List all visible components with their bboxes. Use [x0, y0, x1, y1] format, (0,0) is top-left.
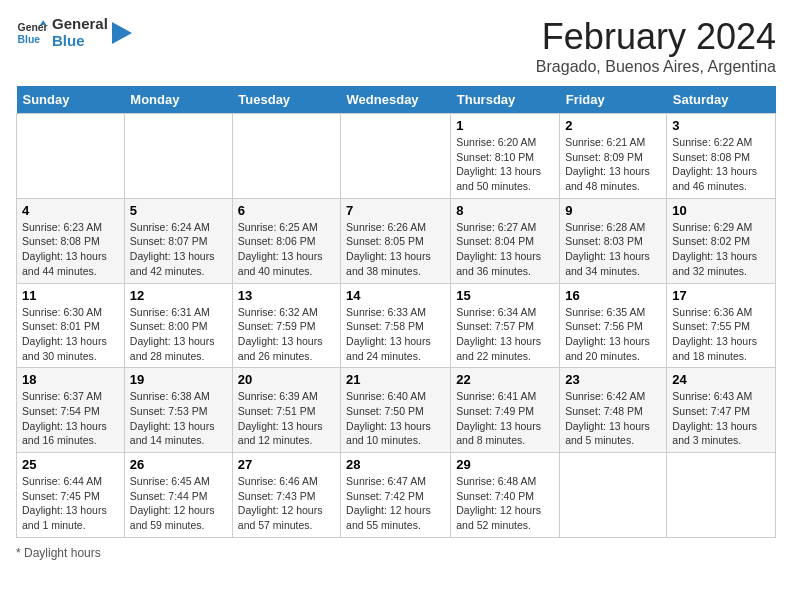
title-block: February 2024 Bragado, Buenos Aires, Arg…	[536, 16, 776, 76]
logo-blue: Blue	[52, 33, 108, 50]
day-info: Sunrise: 6:41 AM Sunset: 7:49 PM Dayligh…	[456, 389, 554, 448]
day-number: 1	[456, 118, 554, 133]
day-number: 28	[346, 457, 445, 472]
svg-marker-3	[112, 22, 132, 44]
calendar-cell	[667, 453, 776, 538]
calendar-cell: 4Sunrise: 6:23 AM Sunset: 8:08 PM Daylig…	[17, 198, 125, 283]
logo-general: General	[52, 16, 108, 33]
day-info: Sunrise: 6:46 AM Sunset: 7:43 PM Dayligh…	[238, 474, 335, 533]
day-number: 3	[672, 118, 770, 133]
calendar-cell: 28Sunrise: 6:47 AM Sunset: 7:42 PM Dayli…	[341, 453, 451, 538]
day-info: Sunrise: 6:25 AM Sunset: 8:06 PM Dayligh…	[238, 220, 335, 279]
calendar-week-row: 1Sunrise: 6:20 AM Sunset: 8:10 PM Daylig…	[17, 114, 776, 199]
day-info: Sunrise: 6:22 AM Sunset: 8:08 PM Dayligh…	[672, 135, 770, 194]
calendar-cell: 29Sunrise: 6:48 AM Sunset: 7:40 PM Dayli…	[451, 453, 560, 538]
weekday-header-monday: Monday	[124, 86, 232, 114]
svg-text:Blue: Blue	[18, 33, 41, 44]
day-number: 11	[22, 288, 119, 303]
day-number: 7	[346, 203, 445, 218]
calendar-cell: 26Sunrise: 6:45 AM Sunset: 7:44 PM Dayli…	[124, 453, 232, 538]
calendar-cell	[560, 453, 667, 538]
calendar-cell: 18Sunrise: 6:37 AM Sunset: 7:54 PM Dayli…	[17, 368, 125, 453]
weekday-header-thursday: Thursday	[451, 86, 560, 114]
calendar-cell: 19Sunrise: 6:38 AM Sunset: 7:53 PM Dayli…	[124, 368, 232, 453]
calendar-cell	[341, 114, 451, 199]
calendar-cell: 16Sunrise: 6:35 AM Sunset: 7:56 PM Dayli…	[560, 283, 667, 368]
calendar-cell: 1Sunrise: 6:20 AM Sunset: 8:10 PM Daylig…	[451, 114, 560, 199]
day-info: Sunrise: 6:29 AM Sunset: 8:02 PM Dayligh…	[672, 220, 770, 279]
logo-icon: General Blue	[16, 17, 48, 49]
day-number: 14	[346, 288, 445, 303]
calendar-cell: 23Sunrise: 6:42 AM Sunset: 7:48 PM Dayli…	[560, 368, 667, 453]
day-info: Sunrise: 6:20 AM Sunset: 8:10 PM Dayligh…	[456, 135, 554, 194]
calendar-week-row: 18Sunrise: 6:37 AM Sunset: 7:54 PM Dayli…	[17, 368, 776, 453]
logo: General Blue General Blue	[16, 16, 132, 49]
weekday-header-tuesday: Tuesday	[232, 86, 340, 114]
day-number: 20	[238, 372, 335, 387]
day-info: Sunrise: 6:32 AM Sunset: 7:59 PM Dayligh…	[238, 305, 335, 364]
day-info: Sunrise: 6:48 AM Sunset: 7:40 PM Dayligh…	[456, 474, 554, 533]
calendar-cell: 15Sunrise: 6:34 AM Sunset: 7:57 PM Dayli…	[451, 283, 560, 368]
day-number: 17	[672, 288, 770, 303]
calendar-table: SundayMondayTuesdayWednesdayThursdayFrid…	[16, 86, 776, 538]
day-info: Sunrise: 6:43 AM Sunset: 7:47 PM Dayligh…	[672, 389, 770, 448]
weekday-header-sunday: Sunday	[17, 86, 125, 114]
calendar-week-row: 4Sunrise: 6:23 AM Sunset: 8:08 PM Daylig…	[17, 198, 776, 283]
day-number: 26	[130, 457, 227, 472]
daylight-label: Daylight hours	[24, 546, 101, 560]
day-info: Sunrise: 6:39 AM Sunset: 7:51 PM Dayligh…	[238, 389, 335, 448]
day-number: 23	[565, 372, 661, 387]
day-info: Sunrise: 6:44 AM Sunset: 7:45 PM Dayligh…	[22, 474, 119, 533]
calendar-cell: 5Sunrise: 6:24 AM Sunset: 8:07 PM Daylig…	[124, 198, 232, 283]
day-number: 24	[672, 372, 770, 387]
day-number: 10	[672, 203, 770, 218]
day-info: Sunrise: 6:26 AM Sunset: 8:05 PM Dayligh…	[346, 220, 445, 279]
day-info: Sunrise: 6:21 AM Sunset: 8:09 PM Dayligh…	[565, 135, 661, 194]
day-number: 2	[565, 118, 661, 133]
day-info: Sunrise: 6:34 AM Sunset: 7:57 PM Dayligh…	[456, 305, 554, 364]
weekday-header-row: SundayMondayTuesdayWednesdayThursdayFrid…	[17, 86, 776, 114]
day-info: Sunrise: 6:36 AM Sunset: 7:55 PM Dayligh…	[672, 305, 770, 364]
calendar-cell: 14Sunrise: 6:33 AM Sunset: 7:58 PM Dayli…	[341, 283, 451, 368]
day-info: Sunrise: 6:38 AM Sunset: 7:53 PM Dayligh…	[130, 389, 227, 448]
calendar-cell: 17Sunrise: 6:36 AM Sunset: 7:55 PM Dayli…	[667, 283, 776, 368]
day-number: 16	[565, 288, 661, 303]
calendar-cell: 12Sunrise: 6:31 AM Sunset: 8:00 PM Dayli…	[124, 283, 232, 368]
calendar-cell	[17, 114, 125, 199]
calendar-cell: 25Sunrise: 6:44 AM Sunset: 7:45 PM Dayli…	[17, 453, 125, 538]
day-info: Sunrise: 6:35 AM Sunset: 7:56 PM Dayligh…	[565, 305, 661, 364]
calendar-cell: 24Sunrise: 6:43 AM Sunset: 7:47 PM Dayli…	[667, 368, 776, 453]
day-info: Sunrise: 6:47 AM Sunset: 7:42 PM Dayligh…	[346, 474, 445, 533]
calendar-cell: 22Sunrise: 6:41 AM Sunset: 7:49 PM Dayli…	[451, 368, 560, 453]
page-title: February 2024	[536, 16, 776, 58]
day-info: Sunrise: 6:23 AM Sunset: 8:08 PM Dayligh…	[22, 220, 119, 279]
weekday-header-wednesday: Wednesday	[341, 86, 451, 114]
weekday-header-friday: Friday	[560, 86, 667, 114]
calendar-cell: 8Sunrise: 6:27 AM Sunset: 8:04 PM Daylig…	[451, 198, 560, 283]
calendar-cell: 21Sunrise: 6:40 AM Sunset: 7:50 PM Dayli…	[341, 368, 451, 453]
calendar-cell: 7Sunrise: 6:26 AM Sunset: 8:05 PM Daylig…	[341, 198, 451, 283]
calendar-cell: 2Sunrise: 6:21 AM Sunset: 8:09 PM Daylig…	[560, 114, 667, 199]
day-number: 13	[238, 288, 335, 303]
day-number: 12	[130, 288, 227, 303]
day-number: 8	[456, 203, 554, 218]
calendar-cell: 10Sunrise: 6:29 AM Sunset: 8:02 PM Dayli…	[667, 198, 776, 283]
calendar-week-row: 11Sunrise: 6:30 AM Sunset: 8:01 PM Dayli…	[17, 283, 776, 368]
calendar-cell	[232, 114, 340, 199]
footer-note: * Daylight hours	[16, 546, 776, 560]
day-info: Sunrise: 6:24 AM Sunset: 8:07 PM Dayligh…	[130, 220, 227, 279]
page-subtitle: Bragado, Buenos Aires, Argentina	[536, 58, 776, 76]
day-number: 19	[130, 372, 227, 387]
day-number: 25	[22, 457, 119, 472]
day-number: 18	[22, 372, 119, 387]
calendar-cell: 6Sunrise: 6:25 AM Sunset: 8:06 PM Daylig…	[232, 198, 340, 283]
calendar-cell: 20Sunrise: 6:39 AM Sunset: 7:51 PM Dayli…	[232, 368, 340, 453]
header: General Blue General Blue February 2024 …	[16, 16, 776, 76]
calendar-cell: 11Sunrise: 6:30 AM Sunset: 8:01 PM Dayli…	[17, 283, 125, 368]
calendar-week-row: 25Sunrise: 6:44 AM Sunset: 7:45 PM Dayli…	[17, 453, 776, 538]
day-number: 6	[238, 203, 335, 218]
day-number: 22	[456, 372, 554, 387]
calendar-cell: 3Sunrise: 6:22 AM Sunset: 8:08 PM Daylig…	[667, 114, 776, 199]
day-info: Sunrise: 6:45 AM Sunset: 7:44 PM Dayligh…	[130, 474, 227, 533]
weekday-header-saturday: Saturday	[667, 86, 776, 114]
